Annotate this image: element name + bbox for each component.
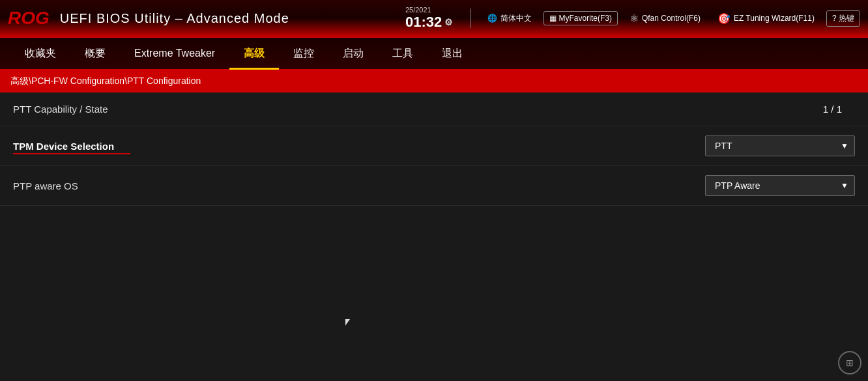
ptp-aware-dropdown[interactable]: PTP Aware Not PTP Aware (705, 175, 855, 196)
nav-item-tools[interactable]: 工具 (378, 37, 427, 70)
ez-tuning-label: EZ Tuning Wizard(F11) (734, 14, 815, 23)
ptp-aware-dropdown-wrapper: PTP Aware Not PTP Aware ▼ (705, 175, 855, 196)
gear-icon[interactable]: ⚙ (444, 17, 453, 27)
nav-item-monitor[interactable]: 监控 (279, 37, 328, 70)
tpm-device-dropdown[interactable]: PTT Discrete TPM (705, 135, 855, 156)
hotkey-label: 热键 (839, 14, 854, 23)
time-date-block: 25/2021 01:32 ⚙ (405, 6, 453, 31)
date-display: 25/2021 (405, 6, 431, 14)
myfavorite-icon: ▦ (549, 14, 557, 23)
hotkey-btn[interactable]: ? 热键 (826, 10, 860, 27)
breadcrumb: 高级\PCH-FW Configuration\PTT Configuratio… (10, 76, 201, 87)
header-bar: ROG UEFI BIOS Utility – Advanced Mode 25… (0, 0, 868, 38)
time-value: 01:32 (405, 14, 442, 31)
nav-item-favorites[interactable]: 收藏夹 (10, 37, 70, 70)
language-icon: 🌐 (487, 14, 497, 23)
nav-item-exit[interactable]: 退出 (427, 37, 477, 70)
tpm-device-row: TPM Device Selection PTT Discrete TPM ▼ (0, 126, 868, 166)
myfavorite-btn[interactable]: ▦ MyFavorite(F3) (543, 11, 618, 25)
nav-item-extreme-tweaker[interactable]: Extreme Tweaker (120, 37, 229, 70)
bottom-right-icon: ⊞ (838, 351, 861, 374)
qfan-icon: ⚛ (629, 12, 639, 25)
nav-bar: 收藏夹 概要 Extreme Tweaker 高级 监控 启动 工具 退出 (0, 38, 868, 70)
ptt-capability-value: 1 / 1 (712, 104, 842, 115)
breadcrumb-bar: 高级\PCH-FW Configuration\PTT Configuratio… (0, 70, 868, 92)
qfan-label: Qfan Control(F6) (642, 14, 701, 23)
content-area: PTT Capability / State 1 / 1 TPM Device … (0, 92, 868, 381)
tpm-device-dropdown-wrapper: PTT Discrete TPM ▼ (705, 135, 855, 156)
myfavorite-label: MyFavorite(F3) (559, 14, 612, 23)
ptp-aware-row: PTP aware OS PTP Aware Not PTP Aware ▼ (0, 166, 868, 206)
nav-item-boot[interactable]: 启动 (328, 37, 378, 70)
bios-title: UEFI BIOS Utility – Advanced Mode (60, 11, 399, 26)
time-display: 01:32 ⚙ (405, 14, 453, 31)
rog-logo: ROG (8, 8, 50, 29)
nav-item-advanced[interactable]: 高级 (229, 37, 279, 70)
language-label: 简体中文 (500, 13, 532, 24)
language-btn[interactable]: 🌐 简体中文 (482, 10, 537, 27)
ptp-aware-label: PTP aware OS (13, 180, 705, 191)
ez-tuning-icon: 🎯 (717, 12, 731, 25)
ptt-capability-label: PTT Capability / State (13, 104, 712, 115)
ez-tuning-btn[interactable]: 🎯 EZ Tuning Wizard(F11) (712, 10, 820, 27)
nav-item-overview[interactable]: 概要 (70, 37, 120, 70)
hotkey-icon: ? (832, 14, 837, 23)
qfan-btn[interactable]: ⚛ Qfan Control(F6) (624, 10, 706, 27)
ptt-capability-row: PTT Capability / State 1 / 1 (0, 92, 868, 126)
header-divider-1 (470, 8, 470, 28)
tpm-device-label: TPM Device Selection (13, 141, 705, 152)
